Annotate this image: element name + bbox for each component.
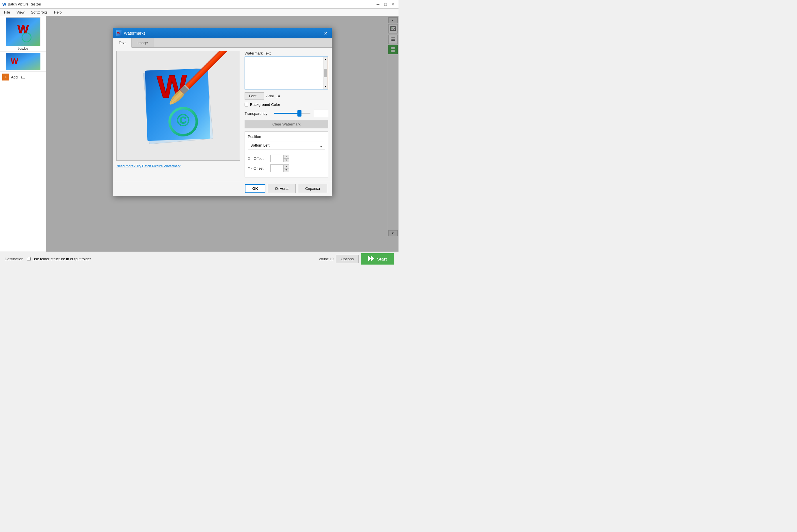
minimize-button[interactable]: ─ xyxy=(375,1,381,7)
text-scroll-thumb xyxy=(324,69,327,77)
maximize-button[interactable]: □ xyxy=(382,1,389,7)
file-thumb-1: W xyxy=(6,17,40,46)
y-offset-spin: ▲ ▼ xyxy=(283,165,289,172)
text-scrollbar: ▲ ▼ xyxy=(323,57,328,89)
svg-text:©: © xyxy=(177,110,190,130)
title-bar: W Batch Picture Resizer ─ □ ✕ xyxy=(0,0,399,9)
watermarks-dialog: W Watermarks ✕ Text Image xyxy=(113,28,332,196)
app-window: W Batch Picture Resizer ─ □ ✕ File View … xyxy=(0,0,399,266)
main-area: ▲ xyxy=(46,16,399,251)
y-offset-label: Y - Offset xyxy=(248,166,268,171)
x-offset-spin: ▲ ▼ xyxy=(283,155,289,162)
svg-text:W: W xyxy=(17,22,29,36)
dialog-tabs: Text Image xyxy=(113,38,332,48)
watermark-promo-link[interactable]: Need more? Try Batch Picture Watermark xyxy=(116,163,240,169)
font-button[interactable]: Font... xyxy=(244,92,264,99)
title-bar-left: W Batch Picture Resizer xyxy=(2,2,41,7)
destination-label: Destination xyxy=(5,257,23,261)
x-offset-input[interactable]: 0 xyxy=(271,155,283,162)
font-row: Font... Arial, 14 xyxy=(244,92,328,99)
close-button[interactable]: ✕ xyxy=(390,1,396,7)
transparency-slider-track[interactable] xyxy=(274,113,310,114)
y-offset-up-button[interactable]: ▲ xyxy=(284,165,289,168)
transparency-label: Transparency xyxy=(244,111,271,116)
start-arrow-icon xyxy=(368,255,375,262)
dialog-title-icon: W xyxy=(116,30,122,36)
preview-image: W © xyxy=(116,51,240,161)
y-offset-down-button[interactable]: ▼ xyxy=(284,168,289,172)
count-badge: count: 10 xyxy=(320,257,333,261)
app-title: Batch Picture Resizer xyxy=(8,2,41,6)
slider-fill xyxy=(274,113,300,114)
ok-button[interactable]: OK xyxy=(245,184,266,193)
x-offset-down-button[interactable]: ▼ xyxy=(284,158,289,162)
file-sidebar: W bpp.ico xyxy=(0,16,46,251)
app-content: W bpp.ico xyxy=(0,16,399,251)
app-icon: W xyxy=(2,2,6,7)
dialog-body: W © xyxy=(113,48,332,181)
add-files-button[interactable]: + Add Fi... xyxy=(0,72,46,82)
bg-color-row: Background Color xyxy=(244,102,328,107)
file-item-2[interactable]: W xyxy=(0,52,46,72)
font-info: Arial, 14 xyxy=(266,94,280,98)
folder-structure-checkbox[interactable] xyxy=(27,257,31,261)
preview-svg: W © xyxy=(117,51,240,160)
tab-text[interactable]: Text xyxy=(113,38,132,48)
start-button[interactable]: Start xyxy=(361,253,394,265)
transparency-row: Transparency 70 xyxy=(244,110,328,117)
x-offset-label: X - Offset xyxy=(248,156,268,161)
position-dropdown[interactable]: Bottom Left Top Left Top Right Bottom Ri… xyxy=(248,141,325,149)
clear-watermark-button[interactable]: Clear Watermark xyxy=(244,120,328,128)
dialog-title-text: Watermarks xyxy=(124,31,146,36)
help-button[interactable]: Справка xyxy=(298,184,327,193)
position-dropdown-wrapper: Bottom Left Top Left Top Right Bottom Ri… xyxy=(248,141,325,152)
watermark-text-container: ▲ ▼ xyxy=(244,57,328,90)
add-files-label: Add Fi... xyxy=(11,75,25,79)
start-label: Start xyxy=(377,256,387,261)
bg-color-checkbox[interactable] xyxy=(244,103,248,107)
y-offset-input-group: 0 ▲ ▼ xyxy=(270,165,289,172)
bg-color-label: Background Color xyxy=(250,102,280,107)
bg-color-checkbox-label[interactable]: Background Color xyxy=(244,102,280,107)
menu-help[interactable]: Help xyxy=(51,10,65,15)
menu-softorbits[interactable]: SoftOrbits xyxy=(28,10,51,15)
folder-structure-text: Use folder structure in output folder xyxy=(32,257,91,261)
file-thumb-2: W xyxy=(6,53,40,70)
file-item-bpp[interactable]: W bpp.ico xyxy=(0,16,46,52)
x-offset-input-group: 0 ▲ ▼ xyxy=(270,155,289,162)
bottom-right: count: 10 Options Start xyxy=(320,253,394,265)
y-offset-row: Y - Offset 0 ▲ ▼ xyxy=(248,165,325,172)
bottom-left: Destination Use folder structure in outp… xyxy=(5,257,91,261)
position-section: Position Bottom Left Top Left Top Right … xyxy=(244,131,328,177)
svg-marker-29 xyxy=(371,255,374,261)
watermark-text-label: Watermark Text xyxy=(244,51,328,55)
slider-thumb[interactable] xyxy=(297,110,302,117)
dialog-close-button[interactable]: ✕ xyxy=(322,30,329,37)
y-offset-input[interactable]: 0 xyxy=(271,165,283,172)
x-offset-up-button[interactable]: ▲ xyxy=(284,155,289,158)
position-label: Position xyxy=(248,134,325,139)
svg-text:W: W xyxy=(11,57,18,65)
text-scroll-down[interactable]: ▼ xyxy=(324,86,327,88)
preview-area: W © xyxy=(116,51,240,177)
watermark-text-section: Watermark Text ▲ ▼ xyxy=(244,51,328,90)
add-files-icon: + xyxy=(2,74,9,80)
right-panel: Watermark Text ▲ ▼ xyxy=(244,51,328,177)
title-bar-controls: ─ □ ✕ xyxy=(375,1,396,7)
watermark-text-input[interactable] xyxy=(245,57,323,89)
svg-text:W: W xyxy=(117,32,121,35)
bottom-bar: Destination Use folder structure in outp… xyxy=(0,251,399,266)
menu-bar: File View SoftOrbits Help xyxy=(0,9,399,16)
tab-image[interactable]: Image xyxy=(132,38,154,47)
folder-structure-label[interactable]: Use folder structure in output folder xyxy=(27,257,91,261)
dialog-title-bar: W Watermarks ✕ xyxy=(113,28,332,38)
x-offset-row: X - Offset 0 ▲ ▼ xyxy=(248,155,325,162)
options-button[interactable]: Options xyxy=(336,255,359,263)
transparency-value-input[interactable]: 70 xyxy=(314,110,328,117)
menu-view[interactable]: View xyxy=(14,10,28,15)
dialog-title-content: W Watermarks xyxy=(116,30,146,36)
file-name-1: bpp.ico xyxy=(18,47,28,50)
text-scroll-up[interactable]: ▲ xyxy=(324,58,327,61)
menu-file[interactable]: File xyxy=(1,10,13,15)
cancel-button[interactable]: Отмена xyxy=(268,184,296,193)
